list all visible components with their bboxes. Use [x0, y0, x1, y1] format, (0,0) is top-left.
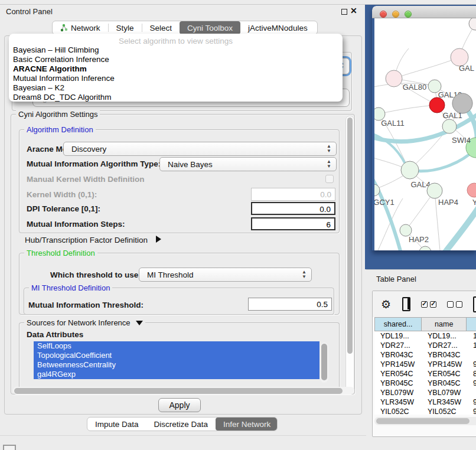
threshold-definition-title: Threshold Definition [24, 249, 97, 257]
algorithm-dropdown-list: Select algorithm to view settings Bayesi… [9, 34, 343, 102]
checked-box-icon [421, 301, 428, 308]
mi-steps-field[interactable]: 6 [251, 217, 335, 230]
attribute-item-selected[interactable]: TopologicalCoefficient [34, 351, 319, 360]
table-row[interactable]: YBL079WYBL079W [374, 388, 476, 397]
bottom-tab-discretize-data[interactable]: Discretize Data [146, 418, 216, 431]
mi-algorithm-type-combo[interactable]: Naive Bayes ▲▼ [159, 157, 337, 171]
table-row[interactable]: YER054CYER054C8. [374, 369, 476, 379]
table-row[interactable]: YIL052CYIL052C9. [374, 407, 476, 415]
table-row[interactable]: YPR145WYPR145W9. [374, 360, 476, 369]
hub-section-toggle[interactable]: Hub/Transcription Factor Definition [25, 236, 161, 244]
network-window-titlebar[interactable] [372, 6, 476, 18]
node-label: GAL80 [403, 83, 426, 92]
network-canvas[interactable]: GALGAL80GAL10GAL11GAL1SWI4GAL4GCY1HAP4YH… [374, 18, 476, 250]
network-node-gal80[interactable] [386, 70, 402, 87]
bottom-tab-impute-data[interactable]: Impute Data [87, 418, 146, 431]
table-cell: 9. [467, 360, 476, 369]
table-cell: YDR27... [374, 341, 422, 350]
column-header-shared...[interactable]: shared... [375, 318, 422, 331]
attribute-list-scrollbar[interactable] [320, 343, 328, 383]
kernel-width-field[interactable]: 0.0 [251, 188, 335, 201]
table-rows[interactable]: YDL19...YDL19...13YDR27...YDR27...12YBR0… [374, 331, 476, 415]
deselect-all-icon[interactable] [447, 301, 462, 308]
table-horizontal-scrollbar[interactable] [374, 417, 476, 425]
which-threshold-combo[interactable]: MI Threshold ▲▼ [139, 268, 312, 282]
tab-cyni-toolbox[interactable]: Cyni Toolbox [180, 21, 240, 34]
dropdown-item[interactable]: Bayesian – Hill Climbing [11, 45, 343, 55]
tab-select[interactable]: Select [142, 21, 180, 34]
gear-icon[interactable]: ⚙ [381, 298, 391, 311]
mi-threshold-field[interactable]: 0.5 [248, 298, 332, 311]
table-row[interactable]: YBR045CYBR045C9. [374, 379, 476, 388]
settings-horizontal-scrollbar[interactable] [13, 387, 354, 394]
tab-style[interactable]: Style [109, 21, 142, 34]
table-cell: YIL052C [422, 407, 467, 415]
dropdown-item[interactable]: Mutual Information Inference [11, 74, 343, 83]
network-view-window[interactable]: GALGAL80GAL10GAL11GAL1SWI4GAL4GCY1HAP4YH… [372, 6, 476, 250]
columns-icon[interactable] [402, 297, 410, 311]
table-cell: YBL079W [422, 388, 467, 397]
table-cell: YBL079W [374, 388, 422, 397]
unchecked-box-icon [447, 301, 454, 308]
aracne-mode-combo[interactable]: Discovery ▲▼ [63, 142, 337, 156]
unchecked-box-icon [456, 301, 462, 308]
float-window-icon[interactable] [341, 9, 347, 15]
column-header-name[interactable]: name [422, 318, 467, 331]
tab-network[interactable]: Network [53, 21, 108, 34]
mi-threshold-field-label: Mutual Information Threshold: [28, 301, 144, 309]
node-label: GAL1 [442, 111, 462, 120]
select-all-icon[interactable] [421, 301, 436, 308]
column-header-extra[interactable] [467, 318, 476, 331]
tab-label: Select [150, 24, 172, 32]
table-cell: 8. [467, 369, 476, 379]
network-node-gal1[interactable] [442, 119, 457, 133]
close-icon[interactable]: ✕ [350, 6, 357, 15]
new-table-icon[interactable] [473, 296, 476, 312]
attribute-item-selected[interactable]: SelfLoops [34, 341, 319, 351]
close-traffic-light[interactable] [380, 11, 387, 18]
dropdown-item[interactable]: Bayesian – K2 [11, 83, 343, 93]
attribute-item-selected[interactable]: gal4RGexp [34, 370, 319, 379]
dropdown-item[interactable]: Basic Correlation Inference [11, 55, 343, 64]
network-node-hap4[interactable] [427, 183, 442, 198]
network-edge[interactable] [394, 57, 459, 79]
zoom-traffic-light[interactable] [405, 11, 412, 18]
sources-title[interactable]: Sources for Network Inference [24, 318, 145, 327]
table-cell: YER054C [374, 369, 422, 379]
table-header-row[interactable]: shared...name [374, 317, 476, 331]
network-node-gal4[interactable] [401, 161, 419, 179]
tab-jactivemnodules[interactable]: jActiveMNodules [240, 21, 315, 34]
tab-label: jActiveMNodules [248, 24, 308, 32]
dropdown-item[interactable]: ARACNE Algorithm [11, 64, 343, 74]
table-row[interactable]: YDR27...YDR27...12 [374, 341, 476, 350]
network-node[interactable] [452, 93, 472, 113]
manual-kernel-checkbox[interactable] [325, 175, 334, 183]
node-table: shared...name YDL19...YDL19...13YDR27...… [374, 317, 476, 415]
dropdown-item[interactable]: Dream8 DC_TDC Algorithm [11, 93, 343, 102]
minimize-traffic-light[interactable] [392, 11, 399, 18]
dpi-tolerance-field[interactable]: 0.0 [251, 202, 335, 215]
network-node[interactable] [469, 18, 476, 30]
table-row[interactable]: YBR043CYBR043C [374, 350, 476, 360]
network-edge-highlighted[interactable] [443, 204, 476, 250]
which-threshold-label: Which threshold to use: [50, 270, 141, 279]
table-row[interactable]: YLR345WYLR345W9. [374, 397, 476, 407]
table-cell: YPR145W [422, 360, 467, 369]
bottom-tab-infer-network[interactable]: Infer Network [216, 418, 278, 431]
network-edge[interactable] [379, 105, 437, 114]
checked-box-icon [430, 301, 436, 308]
attribute-item-selected[interactable]: BetweennessCentrality [34, 360, 319, 370]
network-node-hap2[interactable] [400, 224, 412, 236]
table-cell: YDR27... [422, 341, 467, 350]
combo-arrows-icon: ▲▼ [327, 144, 331, 154]
table-row[interactable]: YDL19...YDL19...13 [374, 331, 476, 341]
node-label: HAP2 [409, 235, 429, 244]
collapse-arrow-icon [136, 321, 143, 325]
combo-arrows-icon: ▲▼ [302, 270, 307, 279]
minimized-panel-icon[interactable] [3, 445, 16, 450]
network-node-y[interactable] [467, 183, 476, 197]
settings-vertical-scrollbar[interactable] [345, 116, 354, 392]
data-attributes-list[interactable]: SelfLoopsTopologicalCoefficientBetweenne… [34, 341, 319, 379]
apply-button[interactable]: Apply [158, 398, 201, 412]
node-label: GAL [459, 64, 474, 73]
